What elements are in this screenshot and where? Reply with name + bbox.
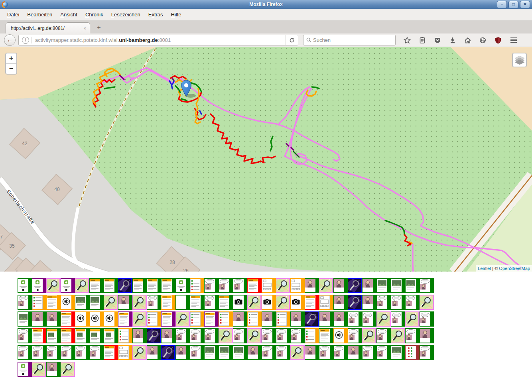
- activity-tile-map[interactable]: [61, 362, 75, 377]
- activity-tile-speech[interactable]: [262, 345, 276, 360]
- activity-tile-photo[interactable]: [233, 345, 247, 360]
- activity-tile-doc[interactable]: [104, 345, 118, 360]
- activity-tile-doc[interactable]: [132, 278, 147, 293]
- activity-tile-map[interactable]: [391, 328, 405, 343]
- activity-tile-doc[interactable]: [305, 295, 319, 310]
- activity-tile-speech[interactable]: [233, 328, 247, 343]
- activity-tile-camera[interactable]: [233, 295, 247, 310]
- activity-tile-speech[interactable]: [391, 311, 405, 327]
- download-icon[interactable]: [449, 37, 456, 44]
- activity-tile-speech[interactable]: [204, 278, 219, 293]
- menu-item-chronik[interactable]: Chronik: [81, 10, 107, 19]
- activity-tile-doc[interactable]: [32, 328, 46, 343]
- activity-tile-map[interactable]: [319, 278, 333, 293]
- activity-tile-avatar[interactable]: [362, 295, 376, 310]
- activity-tile-avatar[interactable]: [161, 328, 175, 343]
- activity-tile-speech[interactable]: [376, 328, 391, 343]
- layers-control[interactable]: [512, 53, 527, 67]
- osm-link[interactable]: OpenStreetMap: [499, 266, 530, 271]
- pocket-icon[interactable]: [434, 37, 441, 44]
- activity-tile-avatar[interactable]: [333, 295, 348, 310]
- activity-tile-avatar[interactable]: [420, 328, 434, 343]
- activity-tile-avatar[interactable]: [333, 278, 348, 293]
- activity-tile-map[interactable]: [376, 311, 391, 327]
- activity-tile-map[interactable]: [247, 328, 262, 343]
- activity-tile-speech[interactable]: [420, 278, 434, 293]
- activity-tile-speech[interactable]: [190, 328, 204, 343]
- activity-tile-form[interactable]: [262, 278, 276, 293]
- activity-tile-photo[interactable]: [391, 278, 405, 293]
- new-tab-button[interactable]: +: [93, 24, 104, 32]
- activity-tile-speech[interactable]: [147, 295, 161, 310]
- activity-tile-icons[interactable]: [405, 345, 420, 360]
- activity-tile-speech[interactable]: [376, 295, 391, 310]
- activity-tile-avatar[interactable]: [290, 311, 305, 327]
- activity-tile-doc[interactable]: [89, 278, 104, 293]
- ublock-shield-icon[interactable]: [495, 37, 502, 44]
- activity-tile-list[interactable]: [190, 311, 204, 327]
- activity-tile-doc[interactable]: [204, 311, 219, 327]
- activity-tile-camera[interactable]: [262, 295, 276, 310]
- activity-tile-avatar[interactable]: [233, 311, 247, 327]
- activity-tile-avatar[interactable]: [319, 311, 333, 327]
- activity-tile-form[interactable]: [290, 278, 305, 293]
- activity-tile-camera[interactable]: [290, 295, 305, 310]
- activity-tile-list[interactable]: [118, 328, 132, 343]
- activity-tile-avatar[interactable]: [348, 345, 362, 360]
- menu-item-lesezeichen[interactable]: Lesezeichen: [107, 10, 144, 19]
- activity-tile-doc[interactable]: [161, 295, 175, 310]
- activity-tile-doc[interactable]: [61, 311, 75, 327]
- activity-tile-speech[interactable]: [420, 345, 434, 360]
- activity-tile-photo[interactable]: [204, 345, 219, 360]
- activity-tile-speech[interactable]: [376, 345, 391, 360]
- activity-tile-doc[interactable]: [147, 278, 161, 293]
- activity-tile-avatar[interactable]: [46, 311, 61, 327]
- activity-tile-map[interactable]: [276, 278, 290, 293]
- url-bar[interactable]: i activitymapper.static.potato.kinf.wiai…: [18, 35, 298, 45]
- activity-tile-list[interactable]: [147, 311, 161, 327]
- tab-close-icon[interactable]: ×: [80, 26, 90, 31]
- menu-item-bearbeiten[interactable]: Bearbeiten: [23, 10, 56, 19]
- activity-tile-photo[interactable]: [405, 278, 420, 293]
- activity-tile-speech[interactable]: [405, 328, 420, 343]
- activity-tile-app[interactable]: [18, 362, 32, 377]
- activity-tile-map[interactable]: [219, 328, 233, 343]
- activity-tile-avatar[interactable]: [175, 345, 190, 360]
- activity-tile-photodoc[interactable]: [89, 328, 104, 343]
- activity-tile-speech[interactable]: [333, 345, 348, 360]
- reload-button[interactable]: [286, 35, 298, 45]
- home-icon[interactable]: [464, 37, 471, 44]
- activity-tile-list[interactable]: [305, 328, 319, 343]
- activity-tile-map[interactable]: [175, 311, 190, 327]
- activity-tile-avatar[interactable]: [46, 362, 61, 377]
- activity-tile-speech[interactable]: [405, 295, 420, 310]
- menu-item-datei[interactable]: Datei: [3, 10, 23, 19]
- activity-tile-mapdark[interactable]: [348, 295, 362, 310]
- activity-tile-doc[interactable]: [161, 311, 175, 327]
- activity-tile-audio[interactable]: [104, 311, 118, 327]
- activity-tile-speech[interactable]: [219, 278, 233, 293]
- activity-tile-speech[interactable]: [233, 278, 247, 293]
- activity-tile-speech[interactable]: [420, 311, 434, 327]
- activity-tile-app[interactable]: [61, 278, 75, 293]
- activity-tile-audio[interactable]: [333, 328, 348, 343]
- activity-tile-map[interactable]: [132, 345, 147, 360]
- window-maximize-button[interactable]: □: [508, 1, 518, 8]
- activity-tile-map[interactable]: [420, 295, 434, 310]
- activity-tile-doc[interactable]: [61, 328, 75, 343]
- activity-tile-photo[interactable]: [18, 311, 32, 327]
- activity-tile-speech[interactable]: [362, 311, 376, 327]
- zoom-in-button[interactable]: +: [6, 53, 16, 64]
- activity-tile-avatar[interactable]: [118, 295, 132, 310]
- activity-tile-speech[interactable]: [190, 345, 204, 360]
- activity-tile-photo[interactable]: [219, 345, 233, 360]
- window-minimize-button[interactable]: –: [497, 1, 507, 8]
- activity-tile-map[interactable]: [405, 311, 420, 327]
- back-button[interactable]: ←: [4, 34, 16, 46]
- activity-tile-speech[interactable]: [175, 328, 190, 343]
- activity-tile-speech[interactable]: [18, 295, 32, 310]
- activity-tile-doc[interactable]: [219, 295, 233, 310]
- activity-tile-map[interactable]: [132, 311, 147, 327]
- activity-tile-map[interactable]: [362, 328, 376, 343]
- activity-tile-list[interactable]: [32, 295, 46, 310]
